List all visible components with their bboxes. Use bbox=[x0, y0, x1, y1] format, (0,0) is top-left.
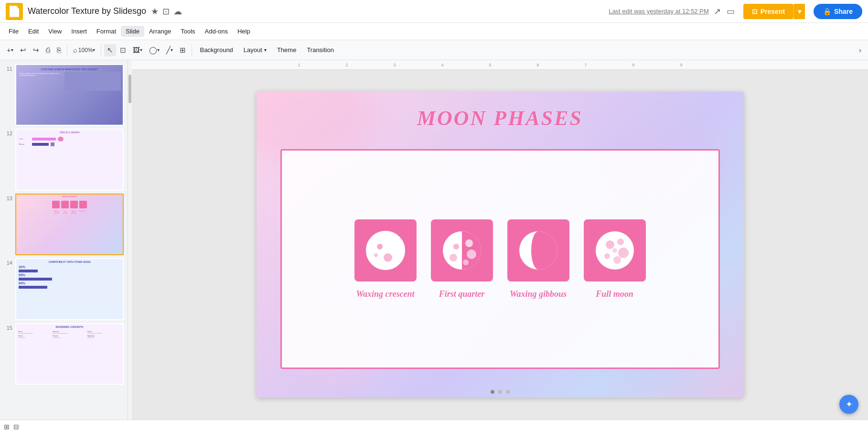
select-tool-button[interactable]: ↖ bbox=[104, 44, 116, 56]
separator-2 bbox=[101, 44, 101, 56]
present-button[interactable]: ⊡ Present bbox=[743, 4, 793, 19]
ruler-mark-8: 8 bbox=[610, 63, 657, 67]
select-shape-button[interactable]: ⊡ bbox=[117, 44, 129, 56]
image-dropdown-icon: ▾ bbox=[140, 47, 142, 53]
dropdown-arrow-icon: ▾ bbox=[11, 47, 13, 53]
slide-thumbnail-13[interactable]: 13 MOON PHASES Waxing crescent First qua… bbox=[4, 194, 124, 255]
slide-thumbnail-12[interactable]: 12 THIS IS A GRAPH Jupiter Mercury bbox=[4, 129, 124, 190]
slide-number-14: 14 bbox=[4, 258, 12, 266]
cloud-icon[interactable]: ☁ bbox=[173, 6, 182, 17]
svg-point-9 bbox=[453, 244, 459, 249]
svg-point-4 bbox=[374, 253, 378, 257]
collapse-right-button[interactable]: › bbox=[856, 44, 864, 56]
zoom-button[interactable]: ⌕ 100% ▾ bbox=[70, 44, 98, 56]
print-icon: ⎙ bbox=[46, 46, 50, 54]
slide-number-11: 11 bbox=[4, 64, 12, 72]
slide-panel-scrollbar[interactable] bbox=[128, 60, 132, 420]
star-icon[interactable]: ★ bbox=[151, 6, 159, 17]
svg-point-18 bbox=[617, 238, 624, 245]
undo-button[interactable]: ↩ bbox=[17, 44, 29, 56]
svg-point-2 bbox=[377, 244, 383, 249]
ruler-mark-1: 1 bbox=[275, 63, 323, 67]
menu-format[interactable]: Format bbox=[92, 26, 121, 37]
list-view-button[interactable]: ⊟ bbox=[13, 423, 19, 431]
menu-edit[interactable]: Edit bbox=[23, 26, 43, 37]
svg-point-3 bbox=[384, 253, 392, 262]
ruler-marks: 1 2 3 4 5 6 7 8 9 bbox=[275, 63, 705, 67]
svg-point-14 bbox=[533, 257, 539, 263]
svg-point-13 bbox=[541, 250, 550, 260]
svg-point-21 bbox=[604, 253, 610, 259]
ruler-mark-3: 3 bbox=[371, 63, 418, 67]
menu-arrange[interactable]: Arrange bbox=[144, 26, 176, 37]
menu-addons[interactable]: Add-ons bbox=[200, 26, 233, 37]
app-logo bbox=[6, 3, 23, 20]
menu-file[interactable]: File bbox=[4, 26, 23, 37]
title-actions: ★ ⊡ ☁ bbox=[151, 6, 182, 17]
background-button[interactable]: Background bbox=[195, 44, 237, 55]
slide-thumb-img-13[interactable]: MOON PHASES Waxing crescent First quarte… bbox=[15, 194, 124, 255]
redo-button[interactable]: ↪ bbox=[30, 44, 42, 56]
slide[interactable]: MOON PHASES bbox=[257, 92, 744, 398]
paint-icon: ⎘ bbox=[57, 46, 61, 54]
zoom-value: 100% bbox=[78, 47, 93, 54]
line-button[interactable]: ╱ ▾ bbox=[163, 44, 176, 56]
slide-number-15: 15 bbox=[4, 323, 12, 331]
textbox-button[interactable]: ⊞ bbox=[177, 44, 189, 56]
svg-point-15 bbox=[547, 244, 551, 249]
print-button[interactable]: ⎙ bbox=[43, 44, 53, 56]
bottom-bar: ⊞ ⊟ bbox=[0, 420, 868, 433]
menu-view[interactable]: View bbox=[43, 26, 66, 37]
moon-phase-full-moon: Full moon bbox=[584, 219, 646, 299]
grid-view-button[interactable]: ⊞ bbox=[4, 423, 10, 431]
svg-point-6 bbox=[465, 239, 473, 247]
present-label: Present bbox=[761, 8, 785, 15]
doc-title[interactable]: Watercolor Texture by Slidesgo bbox=[28, 6, 146, 16]
menu-tools[interactable]: Tools bbox=[176, 26, 200, 37]
present-dropdown-button[interactable]: ▾ bbox=[793, 4, 805, 19]
add-slide-button[interactable]: + ▾ bbox=[4, 44, 16, 56]
layout-arrow-icon: ▾ bbox=[264, 47, 267, 53]
transition-button[interactable]: Transition bbox=[302, 44, 339, 55]
menu-slide[interactable]: Slide bbox=[121, 26, 144, 37]
slide-thumb-img-11[interactable]: A PICTURE ALWAYS REINFORCES THE CONCEPT … bbox=[15, 64, 124, 126]
shape-dropdown-icon: ▾ bbox=[157, 47, 160, 53]
ruler-mark-4: 4 bbox=[418, 63, 466, 67]
slide-thumb-img-12[interactable]: THIS IS A GRAPH Jupiter Mercury bbox=[15, 129, 124, 190]
ruler-mark-7: 7 bbox=[562, 63, 610, 67]
slide-thumbnail-11[interactable]: 11 A PICTURE ALWAYS REINFORCES THE CONCE… bbox=[4, 64, 124, 126]
menu-help[interactable]: Help bbox=[233, 26, 255, 37]
shape-button[interactable]: ◯ ▾ bbox=[146, 44, 162, 56]
image-button[interactable]: 🖼 ▾ bbox=[130, 44, 145, 56]
menu-insert[interactable]: Insert bbox=[66, 26, 92, 37]
first-quarter-icon bbox=[431, 219, 493, 281]
moon-phases-row: Waxing crescent bbox=[354, 219, 646, 299]
theme-label: Theme bbox=[277, 46, 296, 54]
zoom-arrow-icon: ▾ bbox=[93, 47, 95, 53]
cursor-icon: ↖ bbox=[107, 46, 113, 54]
theme-button[interactable]: Theme bbox=[272, 44, 301, 55]
comment-icon[interactable]: ▭ bbox=[727, 6, 735, 17]
plus-icon: + bbox=[7, 46, 11, 54]
redo-icon: ↪ bbox=[33, 46, 39, 54]
slide-nav-dots bbox=[491, 390, 510, 394]
slide-thumbnail-15[interactable]: 15 REVIEWING CONCEPTS Pisces Lorem ipsum… bbox=[4, 323, 124, 385]
full-moon-icon bbox=[584, 219, 646, 281]
slides-icon[interactable]: ⊡ bbox=[162, 6, 170, 17]
full-moon-label: Full moon bbox=[596, 289, 633, 299]
ai-assist-button[interactable]: ✦ bbox=[839, 395, 858, 414]
slide-thumb-img-14[interactable]: COMPATIBILITY WITH OTHER SIGNS 30% 85% 8… bbox=[15, 258, 124, 320]
share-button[interactable]: 🔒 Share bbox=[814, 4, 862, 19]
slide-thumb-img-15[interactable]: REVIEWING CONCEPTS Pisces Lorem ipsum do… bbox=[15, 323, 124, 385]
transition-label: Transition bbox=[307, 46, 334, 54]
slide-canvas[interactable]: MOON PHASES bbox=[132, 70, 868, 420]
first-quarter-label: First quarter bbox=[439, 289, 485, 299]
scrollbar-thumb[interactable] bbox=[129, 75, 131, 103]
layout-button[interactable]: Layout ▾ bbox=[239, 44, 271, 55]
paint-format-button[interactable]: ⎘ bbox=[54, 44, 64, 56]
slide-number-13: 13 bbox=[4, 194, 12, 201]
slide-thumbnail-14[interactable]: 14 COMPATIBILITY WITH OTHER SIGNS 30% 85… bbox=[4, 258, 124, 320]
moon-phases-box[interactable]: Waxing crescent bbox=[280, 149, 720, 369]
canvas-area: 1 2 3 4 5 6 7 8 9 MOON PHASES bbox=[132, 60, 868, 420]
activity-icon[interactable]: ↗ bbox=[714, 6, 721, 17]
